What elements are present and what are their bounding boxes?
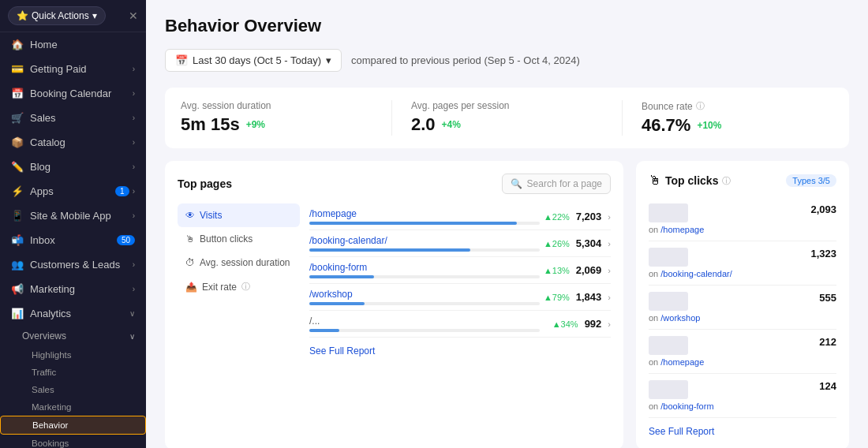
click-thumbnail	[649, 380, 688, 399]
search-page-bar[interactable]: 🔍 Search for a page	[502, 174, 611, 194]
chevron-right-icon: ›	[133, 138, 135, 147]
subnav-sales[interactable]: Sales	[0, 381, 146, 398]
sidebar-item-site-mobile[interactable]: 📱Site & Mobile App ›	[0, 203, 146, 228]
subnav-highlights[interactable]: Highlights	[0, 346, 146, 364]
top-clicks-header: 🖱 Top clicks ⓘ Types 3/5	[649, 174, 836, 188]
chevron-down-icon: ∨	[129, 332, 135, 341]
subnav-overviews[interactable]: Overviews ∨	[0, 326, 146, 346]
top-pages-card: Top pages 🔍 Search for a page 👁 Visits 🖱…	[165, 161, 623, 448]
chevron-right-icon[interactable]: ›	[608, 293, 611, 302]
nav-avg-session-duration[interactable]: ⏱ Avg. session duration	[178, 251, 300, 274]
sidebar-item-catalog[interactable]: 📦Catalog ›	[0, 130, 146, 155]
cursor-icon: 🖱	[649, 174, 661, 188]
catalog-icon: 📦	[11, 136, 24, 148]
chevron-right-icon[interactable]: ›	[608, 212, 611, 222]
apps-badge: 1	[115, 186, 129, 196]
chevron-right-icon: ›	[133, 162, 135, 171]
subnav-behavior[interactable]: Behavior	[0, 416, 146, 435]
top-pages-title: Top pages	[178, 177, 232, 190]
customers-icon: 👥	[11, 259, 24, 271]
inbox-icon: 📬	[11, 234, 24, 246]
sidebar-header: ⭐ Quick Actions ▾ ✕	[0, 0, 146, 32]
click-thumbnail	[649, 292, 688, 311]
sidebar-item-apps[interactable]: ⚡Apps 1 ›	[0, 179, 146, 203]
chevron-down-icon: ▾	[326, 54, 331, 66]
sidebar-item-getting-paid[interactable]: 💳Getting Paid ›	[0, 57, 146, 81]
sidebar-item-booking-calendar[interactable]: 📅Booking Calendar ›	[0, 81, 146, 106]
sidebar-item-customers-leads[interactable]: 👥Customers & Leads ›	[0, 252, 146, 277]
chevron-right-icon: ›	[133, 65, 135, 73]
table-row: /workshop ▲79% 1,843 ›	[309, 284, 611, 311]
top-clicks-title: Top clicks	[665, 174, 718, 187]
chevron-right-icon: ›	[133, 260, 135, 269]
sales-icon: 🛒	[11, 112, 24, 124]
sidebar: ⭐ Quick Actions ▾ ✕ 🏠Home 💳Getting Paid …	[0, 0, 146, 448]
date-filter-button[interactable]: 📅 Last 30 days (Oct 5 - Today) ▾	[165, 49, 342, 72]
analytics-subnav: Overviews ∨ Highlights Traffic Sales Mar…	[0, 326, 146, 448]
chevron-down-icon: ∨	[129, 309, 135, 318]
getting-paid-icon: 💳	[11, 63, 24, 75]
stat-bounce-rate: Bounce rate ⓘ 46.7% +10%	[642, 100, 833, 136]
subnav-marketing[interactable]: Marketing	[0, 398, 146, 416]
site-mobile-icon: 📱	[11, 210, 24, 222]
table-row: /... ▲34% 992 ›	[309, 311, 611, 338]
top-pages-header: Top pages 🔍 Search for a page	[178, 174, 611, 194]
top-pages-clicks-row: Top pages 🔍 Search for a page 👁 Visits 🖱…	[165, 161, 849, 448]
sidebar-close-button[interactable]: ✕	[129, 9, 138, 22]
blog-icon: ✏️	[11, 161, 24, 173]
stat-avg-session-duration: Avg. session duration 5m 15s +9%	[181, 100, 392, 136]
table-row: /booking-calendar/ ▲26% 5,304 ›	[309, 230, 611, 257]
top-clicks-card: 🖱 Top clicks ⓘ Types 3/5 on /homepage 2,…	[636, 161, 849, 448]
sidebar-item-marketing[interactable]: 📢Marketing ›	[0, 277, 146, 301]
see-full-report-link-clicks[interactable]: See Full Report	[649, 426, 836, 437]
stats-card: Avg. session duration 5m 15s +9% Avg. pa…	[165, 88, 849, 148]
table-row: /homepage ▲22% 7,203 ›	[309, 203, 611, 230]
marketing-icon: 📢	[11, 283, 24, 295]
page-title: Behavior Overview	[165, 16, 849, 36]
list-item: on /workshop 555	[649, 286, 836, 330]
info-icon[interactable]: ⓘ	[696, 100, 705, 112]
subnav-traffic[interactable]: Traffic	[0, 364, 146, 381]
sidebar-item-blog[interactable]: ✏️Blog ›	[0, 155, 146, 179]
chevron-right-icon[interactable]: ›	[608, 239, 611, 248]
visits-icon: 👁	[185, 210, 195, 221]
apps-icon: ⚡	[11, 185, 24, 197]
sidebar-item-home[interactable]: 🏠Home	[0, 32, 146, 57]
calendar-icon: 📅	[11, 88, 24, 99]
nav-button-clicks[interactable]: 🖱 Button clicks	[178, 227, 300, 251]
calendar-icon: 📅	[175, 54, 188, 66]
chevron-right-icon[interactable]: ›	[608, 266, 611, 275]
table-row: /booking-form ▲13% 2,069 ›	[309, 257, 611, 284]
nav-visits[interactable]: 👁 Visits	[178, 203, 300, 227]
sidebar-item-analytics[interactable]: 📊Analytics ∨	[0, 301, 146, 326]
sidebar-item-sales[interactable]: 🛒Sales ›	[0, 106, 146, 130]
chevron-right-icon: ›	[133, 89, 135, 98]
stat-change-duration: +9%	[246, 119, 265, 130]
list-item: on /booking-form 124	[649, 374, 836, 418]
chevron-right-icon: ›	[133, 114, 135, 122]
button-clicks-icon: 🖱	[185, 233, 195, 245]
list-item: on /homepage 212	[649, 330, 836, 374]
types-badge[interactable]: Types 3/5	[786, 174, 836, 187]
chevron-right-icon: ›	[133, 211, 135, 220]
list-item: on /homepage 2,093	[649, 197, 836, 241]
stat-avg-pages-session: Avg. pages per session 2.0 +4%	[411, 100, 623, 136]
quick-actions-button[interactable]: ⭐ Quick Actions ▾	[8, 6, 106, 25]
click-thumbnail	[649, 336, 688, 355]
chevron-right-icon[interactable]: ›	[608, 319, 611, 329]
see-full-report-link[interactable]: See Full Report	[309, 345, 611, 357]
subnav-bookings[interactable]: Bookings	[0, 435, 146, 448]
click-thumbnail	[649, 248, 688, 267]
list-item: on /booking-calendar/ 1,323	[649, 241, 836, 286]
pages-layout: 👁 Visits 🖱 Button clicks ⏱ Avg. session …	[178, 203, 611, 357]
info-icon[interactable]: ⓘ	[722, 175, 731, 187]
analytics-icon: 📊	[11, 308, 24, 319]
info-icon[interactable]: ⓘ	[241, 281, 250, 293]
sidebar-item-inbox[interactable]: 📬Inbox 50	[0, 228, 146, 252]
chevron-right-icon: ›	[133, 187, 135, 196]
stat-label-duration: Avg. session duration	[181, 100, 372, 111]
stat-change-bounce: +10%	[697, 120, 721, 131]
pages-data: /homepage ▲22% 7,203 › /booking-calendar…	[309, 203, 611, 357]
stat-label-bounce: Bounce rate ⓘ	[642, 100, 833, 112]
nav-exit-rate[interactable]: 📤 Exit rate ⓘ	[178, 274, 300, 299]
